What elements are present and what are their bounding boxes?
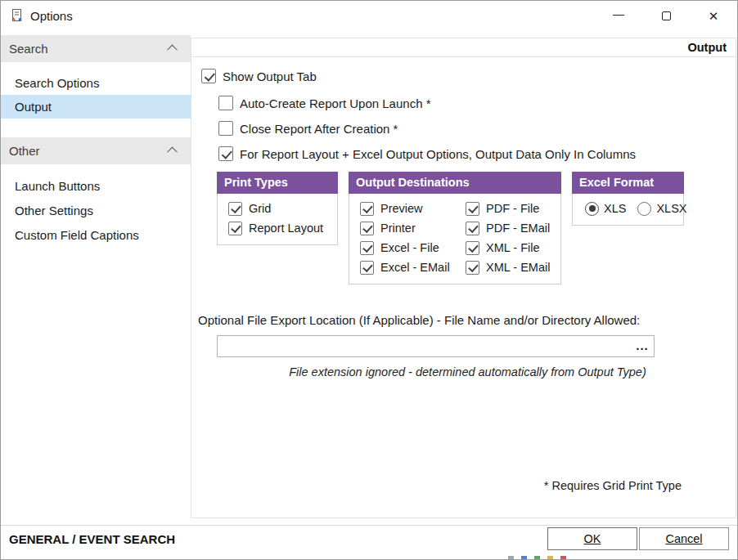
checkbox-icon: [466, 261, 479, 275]
window-controls: — ✕: [595, 1, 737, 30]
background-artifact: [508, 555, 566, 560]
checkbox-label: XML - EMail: [486, 261, 550, 274]
checkbox-icon: [201, 69, 216, 83]
sidebar-section-search[interactable]: Search: [1, 35, 191, 62]
xls-radio[interactable]: XLS: [585, 202, 626, 216]
checkbox-icon: [228, 202, 242, 216]
grid-checkbox[interactable]: Grid: [218, 199, 337, 218]
sidebar-section-other[interactable]: Other: [1, 137, 191, 164]
maximize-icon: [662, 11, 671, 20]
excel-format-group-title: Excel Format: [572, 172, 684, 194]
sidebar: Search Search Options Output Other Launc…: [1, 30, 191, 523]
checkbox-icon: [360, 261, 374, 275]
checkbox-icon: [218, 146, 233, 161]
excel-format-options: XLS XLSX: [573, 199, 683, 218]
checkbox-label: PDF - EMail: [486, 222, 550, 235]
columns-only-checkbox[interactable]: For Report Layout + Excel Output Options…: [218, 146, 636, 162]
sidebar-section-search-label: Search: [9, 42, 48, 56]
checkbox-icon: [360, 241, 374, 255]
checkbox-label: Report Layout: [249, 222, 323, 235]
checkbox-icon: [218, 96, 233, 110]
sidebar-section-other-label: Other: [9, 144, 40, 158]
chevron-up-icon: [167, 147, 178, 158]
sidebar-item-output[interactable]: Output: [1, 95, 191, 119]
panel-title: Output: [687, 41, 727, 54]
xml-file-checkbox[interactable]: XML - File: [455, 238, 560, 258]
sidebar-item-search-options[interactable]: Search Options: [1, 71, 191, 95]
sidebar-item-other-settings[interactable]: Other Settings: [1, 199, 191, 222]
close-icon: ✕: [709, 10, 719, 22]
ok-button[interactable]: OK: [547, 527, 637, 550]
export-location-input[interactable]: [217, 335, 655, 357]
checkbox-label: Grid: [249, 202, 271, 215]
checkbox-icon: [218, 121, 233, 136]
window-title: Options: [30, 9, 73, 23]
footer-divider: [1, 525, 737, 526]
checkbox-label: Close Report After Creation *: [240, 122, 398, 136]
options-dialog: Options — ✕ Search Search Options Output…: [0, 0, 738, 560]
radio-label: XLSX: [656, 202, 686, 215]
checkbox-label: Printer: [380, 222, 416, 235]
browse-button[interactable]: ...: [631, 335, 654, 356]
checkbox-icon: [466, 202, 479, 216]
export-note: File extension ignored - determined auto…: [249, 365, 686, 379]
pdf-file-checkbox[interactable]: PDF - File: [455, 199, 560, 218]
radio-icon: [637, 202, 651, 216]
pdf-email-checkbox[interactable]: PDF - EMail: [455, 218, 560, 238]
radio-icon: [585, 202, 599, 216]
checkbox-icon: [228, 222, 242, 235]
excel-format-group: Excel Format XLS XLSX: [572, 172, 684, 226]
minimize-button[interactable]: —: [595, 1, 642, 30]
close-button[interactable]: ✕: [690, 1, 737, 30]
checkbox-label: Show Output Tab: [223, 69, 317, 83]
checkbox-label: Preview: [380, 202, 423, 215]
checkbox-label: XML - File: [486, 241, 540, 254]
checkbox-icon: [360, 202, 374, 216]
output-destinations-col1: Preview Printer Excel - File Excel - EMa…: [349, 199, 455, 277]
status-text: GENERAL / EVENT SEARCH: [9, 532, 175, 546]
excel-email-checkbox[interactable]: Excel - EMail: [349, 258, 455, 277]
xml-email-checkbox[interactable]: XML - EMail: [455, 258, 560, 277]
print-types-group: Print Types Grid Report Layout: [217, 172, 338, 245]
app-icon: [10, 8, 25, 23]
show-output-tab-checkbox[interactable]: Show Output Tab: [201, 68, 317, 84]
chevron-up-icon: [167, 45, 178, 56]
checkbox-icon: [360, 222, 374, 235]
titlebar: Options — ✕: [1, 1, 737, 30]
maximize-button[interactable]: [642, 1, 690, 30]
checkbox-label: PDF - File: [486, 202, 539, 215]
print-types-group-title: Print Types: [217, 172, 338, 194]
checkbox-icon: [466, 241, 479, 255]
checkbox-label: Auto-Create Report Upon Launch *: [240, 96, 430, 110]
checkbox-label: Excel - EMail: [380, 261, 450, 274]
grid-print-type-footnote: * Requires Grid Print Type: [544, 479, 682, 492]
output-destinations-col2: PDF - File PDF - EMail XML - File XML - …: [455, 199, 560, 277]
output-panel: Output Show Output Tab Auto-Create Repor…: [191, 38, 736, 518]
radio-label: XLS: [604, 202, 626, 215]
printer-checkbox[interactable]: Printer: [349, 218, 455, 238]
sidebar-item-custom-field-captions[interactable]: Custom Field Captions: [1, 223, 191, 247]
panel-header: Output: [191, 38, 736, 57]
checkbox-icon: [466, 222, 479, 235]
preview-checkbox[interactable]: Preview: [349, 199, 455, 218]
checkbox-label: Excel - File: [380, 241, 439, 254]
cancel-button[interactable]: Cancel: [639, 527, 729, 550]
output-destinations-group-title: Output Destinations: [349, 172, 561, 194]
xlsx-radio[interactable]: XLSX: [637, 202, 686, 216]
sidebar-item-launch-buttons[interactable]: Launch Buttons: [1, 174, 191, 198]
minimize-icon: —: [613, 8, 624, 20]
close-report-checkbox[interactable]: Close Report After Creation *: [218, 120, 398, 137]
output-destinations-group: Output Destinations Preview Printer Exce…: [349, 172, 561, 284]
auto-create-report-checkbox[interactable]: Auto-Create Report Upon Launch *: [218, 95, 430, 111]
export-location-label: Optional File Export Location (If Applic…: [198, 313, 640, 327]
report-layout-checkbox[interactable]: Report Layout: [218, 218, 337, 238]
excel-file-checkbox[interactable]: Excel - File: [349, 238, 455, 258]
checkbox-label: For Report Layout + Excel Output Options…: [240, 147, 636, 161]
